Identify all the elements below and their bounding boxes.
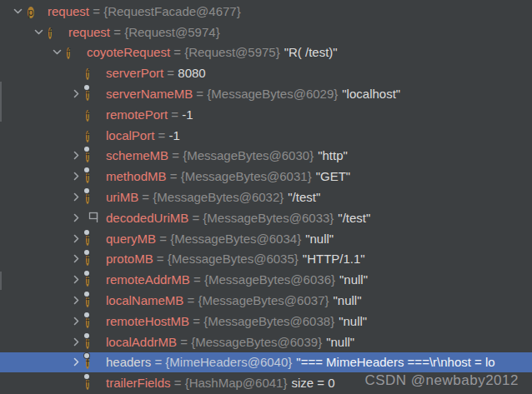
variable-name: localAddrMB [106, 335, 177, 349]
variable-value: "null" [339, 314, 367, 328]
equals-sign: = [168, 148, 183, 162]
field-icon: f [86, 107, 100, 122]
watch-dot-icon [84, 230, 89, 235]
object-reference: {MessageBytes@6034} [170, 232, 301, 246]
variable-name: methodMB [106, 169, 167, 183]
chevron-right-icon[interactable] [67, 149, 86, 162]
tree-row-schemeMB[interactable]: fschemeMB = {MessageBytes@6030}"http" [0, 146, 532, 167]
field-icon: f [86, 128, 100, 142]
field-icon: f [86, 272, 100, 287]
object-reference: {MessageBytes@6035} [168, 252, 299, 266]
variable-name: serverPort [106, 66, 163, 80]
tree-row-coyoteRequest[interactable]: fcoyoteRequest = {Request@5975}"R( /test… [0, 42, 532, 63]
variable-value: size = 0 [291, 376, 334, 390]
tree-row-methodMB[interactable]: fmethodMB = {MessageBytes@6031}"GET" [0, 166, 532, 187]
object-reference: {MessageBytes@6037} [198, 293, 329, 307]
flag-icon [86, 211, 100, 225]
variable-value: "null" [339, 272, 368, 287]
tree-row-trailerFields[interactable]: ftrailerFields = {HashMap@6041}size = 0 [0, 372, 532, 393]
tree-row-protoMB[interactable]: fprotoMB = {MessageBytes@6035}"HTTP/1.1" [0, 249, 532, 270]
equals-sign: = [171, 376, 185, 390]
field-icon: f [86, 293, 100, 307]
left-edge-scroll-mark [0, 82, 2, 122]
chevron-right-icon[interactable] [67, 212, 86, 224]
chevron-down-icon[interactable] [48, 46, 67, 58]
object-reference: {MimeHeaders@6040} [165, 355, 292, 369]
field-icon: f [86, 335, 100, 349]
left-edge-scroll-mark [0, 272, 2, 290]
field-icon: f [86, 148, 100, 162]
tree-row-serverPort[interactable]: fserverPort = 8080 [0, 62, 532, 83]
variable-name: decodedUriMB [106, 211, 188, 225]
object-reference: {MessageBytes@6029} [207, 87, 338, 101]
variable-name: localNameMB [106, 293, 183, 307]
variable-name: protoMB [106, 252, 153, 266]
chevron-right-icon[interactable] [67, 336, 86, 348]
tree-row-remoteHostMB[interactable]: fremoteHostMB = {MessageBytes@6038}"null… [0, 311, 532, 332]
tree-row-queryMB[interactable]: fqueryMB = {MessageBytes@6034}"null" [0, 228, 532, 249]
object-reference: {MessageBytes@6033} [203, 211, 334, 225]
variable-value: "/test" [288, 190, 320, 204]
object-reference: {MessageBytes@6039} [191, 335, 322, 349]
variable-value: "=== MimeHeaders ===\r\nhost = lo [296, 355, 494, 369]
chevron-down-icon[interactable] [8, 5, 28, 17]
chevron-right-icon[interactable] [67, 87, 86, 100]
variable-value: 8080 [178, 66, 205, 80]
chevron-right-icon[interactable] [67, 191, 86, 203]
tree-row-remotePort[interactable]: fremotePort = -1 [0, 104, 532, 125]
object-reference: {HashMap@6041} [185, 376, 288, 390]
object-reference: {MessageBytes@6030} [183, 148, 314, 162]
tree-row-request[interactable]: prequest = {RequestFacade@4677} [0, 1, 532, 22]
object-reference: {MessageBytes@6032} [153, 190, 284, 204]
equals-sign: = [177, 335, 191, 349]
chevron-right-icon[interactable] [67, 273, 86, 286]
variable-name: remoteHostMB [106, 314, 189, 328]
chevron-right-icon[interactable] [67, 356, 86, 368]
chevron-right-icon[interactable] [67, 315, 86, 327]
object-reference: {MessageBytes@6031} [181, 169, 312, 183]
chevron-right-icon[interactable] [67, 170, 86, 182]
tree-row-decodedUriMB[interactable]: decodedUriMB = {MessageBytes@6033}"/test… [0, 207, 532, 228]
equals-sign: = [168, 107, 182, 122]
variable-value: "R( /test)" [284, 45, 338, 59]
equals-sign: = [154, 128, 168, 142]
variable-name: remoteAddrMB [106, 272, 190, 287]
chevron-right-icon[interactable] [67, 294, 86, 307]
variable-value: -1 [168, 128, 179, 142]
tree-row-request[interactable]: frequest = {Request@5974} [0, 22, 532, 42]
tree-row-localNameMB[interactable]: flocalNameMB = {MessageBytes@6037}"null" [0, 290, 532, 311]
watch-dot-icon [84, 292, 89, 297]
variable-value: "http" [318, 148, 348, 162]
field-icon: f [67, 45, 81, 59]
variable-name: schemeMB [106, 148, 168, 162]
parameter-icon: p [28, 4, 42, 18]
field-icon: f [86, 87, 100, 101]
variable-value: "HTTP/1.1" [303, 252, 365, 266]
equals-sign: = [151, 355, 165, 369]
variable-value: "null" [333, 293, 361, 307]
variable-name: serverNameMB [106, 87, 193, 101]
tree-row-localAddrMB[interactable]: flocalAddrMB = {MessageBytes@6039}"null" [0, 332, 532, 352]
variable-name: coyoteRequest [87, 45, 170, 59]
tree-row-uriMB[interactable]: furiMB = {MessageBytes@6032}"/test" [0, 187, 532, 207]
chevron-right-icon[interactable] [67, 252, 86, 265]
object-reference: {Request@5974} [124, 25, 220, 39]
field-icon: f [86, 190, 100, 204]
tree-row-headers[interactable]: fheaders = {MimeHeaders@6040}"=== MimeHe… [0, 352, 532, 373]
tree-row-remoteAddrMB[interactable]: fremoteAddrMB = {MessageBytes@6036}"null… [0, 269, 532, 290]
field-icon: f [86, 169, 100, 183]
variable-value: "GET" [316, 169, 350, 183]
equals-sign: = [190, 272, 204, 287]
object-reference: {RequestFacade@4677} [103, 4, 241, 18]
variable-value: "null" [305, 232, 334, 246]
equals-sign: = [89, 4, 103, 18]
object-reference: {Request@5975} [184, 45, 280, 59]
tree-row-serverNameMB[interactable]: fserverNameMB = {MessageBytes@6029}"loca… [0, 83, 532, 104]
equals-sign: = [188, 211, 203, 225]
tree-row-localPort[interactable]: flocalPort = -1 [0, 125, 532, 146]
equals-sign: = [189, 314, 203, 328]
field-icon: f [86, 66, 100, 80]
field-icon: f [86, 252, 100, 266]
chevron-right-icon[interactable] [67, 232, 86, 245]
chevron-down-icon[interactable] [29, 26, 48, 38]
